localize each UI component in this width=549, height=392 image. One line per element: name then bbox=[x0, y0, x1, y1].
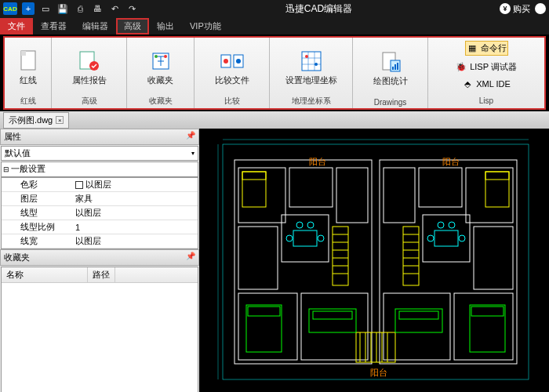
tab-output[interactable]: 输出 bbox=[149, 18, 182, 34]
redline-button[interactable]: 红线 bbox=[16, 41, 40, 94]
group-redline: 红线 bbox=[20, 94, 36, 107]
svg-text:阳台: 阳台 bbox=[442, 157, 460, 166]
svg-rect-30 bbox=[466, 168, 513, 223]
save-icon[interactable]: 💾 bbox=[56, 2, 69, 15]
group-advanced: 高级 bbox=[82, 94, 97, 107]
stats-label: 绘图统计 bbox=[373, 75, 408, 87]
cmd-label: 命令行 bbox=[481, 42, 507, 54]
prop-val[interactable]: 以图层 bbox=[72, 178, 198, 191]
tab-vip[interactable]: VIP功能 bbox=[182, 18, 229, 34]
svg-text:阳台: 阳台 bbox=[370, 368, 387, 377]
doc-name: 示例图.dwg bbox=[9, 114, 53, 126]
document-tab[interactable]: 示例图.dwg × bbox=[3, 112, 69, 129]
group-lisp: Lisp bbox=[479, 95, 493, 105]
svg-rect-45 bbox=[471, 307, 504, 316]
svg-point-9 bbox=[236, 59, 241, 64]
props-header: 属性 📌 bbox=[0, 129, 199, 145]
tab-file[interactable]: 文件 bbox=[0, 18, 33, 34]
drawing-canvas[interactable]: 阳台 阳台 阳台 bbox=[199, 129, 549, 392]
open-icon[interactable]: ▭ bbox=[39, 2, 52, 15]
saveas-icon[interactable]: ⎙ bbox=[74, 2, 86, 15]
props-title: 属性 bbox=[4, 131, 21, 143]
compare-label: 比较文件 bbox=[215, 74, 249, 86]
tab-editor[interactable]: 编辑器 bbox=[75, 18, 116, 34]
ribbon: 红线 红线 属性报告 高级 收藏夹 收藏夹 比较文件 比较 设置地理坐标 地理坐… bbox=[3, 36, 546, 110]
stats-icon bbox=[379, 50, 402, 74]
compare-button[interactable]: 比较文件 bbox=[215, 41, 249, 94]
redline-label: 红线 bbox=[20, 74, 37, 86]
svg-rect-10 bbox=[302, 52, 321, 71]
report-label: 属性报告 bbox=[72, 74, 107, 86]
svg-rect-48 bbox=[395, 309, 442, 332]
prop-val[interactable]: 以图层 bbox=[72, 206, 198, 220]
svg-rect-37 bbox=[356, 332, 395, 362]
fav-label: 收藏夹 bbox=[147, 74, 173, 86]
chevron-down-icon: ▾ bbox=[191, 150, 195, 157]
svg-rect-34 bbox=[454, 293, 513, 360]
collapse-icon[interactable]: ⊟ bbox=[3, 165, 11, 173]
svg-point-59 bbox=[449, 222, 455, 228]
tab-viewer[interactable]: 查看器 bbox=[33, 18, 75, 34]
svg-rect-16 bbox=[394, 64, 396, 70]
svg-point-4 bbox=[155, 55, 158, 58]
prop-key: 线型 bbox=[2, 206, 72, 220]
app-title: 迅捷CAD编辑器 bbox=[138, 2, 500, 16]
print-icon[interactable]: 🖶 bbox=[91, 2, 104, 15]
svg-rect-41 bbox=[485, 172, 509, 180]
xml-ide-button[interactable]: ⬘XML IDE bbox=[461, 78, 511, 90]
fav-col-path[interactable]: 路径 bbox=[88, 267, 115, 282]
svg-rect-36 bbox=[403, 227, 419, 285]
svg-point-52 bbox=[318, 235, 324, 241]
default-label: 默认值 bbox=[5, 147, 31, 159]
pin-icon[interactable]: 📌 bbox=[186, 131, 195, 143]
prop-val[interactable]: 家具 bbox=[72, 192, 198, 205]
fav-col-name[interactable]: 名称 bbox=[2, 267, 88, 282]
svg-rect-38 bbox=[242, 172, 266, 207]
user-icon[interactable] bbox=[535, 3, 546, 14]
svg-point-58 bbox=[438, 222, 444, 228]
svg-rect-17 bbox=[397, 63, 398, 70]
fav-header: 收藏夹 📌 bbox=[0, 249, 199, 266]
cmdline-button[interactable]: ▦命令行 bbox=[465, 41, 508, 56]
svg-rect-23 bbox=[336, 168, 368, 223]
prop-val[interactable]: 以图层 bbox=[72, 234, 198, 248]
section-general[interactable]: ⊟ 一般设置 bbox=[2, 162, 198, 176]
buy-button[interactable]: ¥购买 bbox=[500, 3, 530, 15]
svg-point-53 bbox=[296, 222, 303, 228]
compare-icon bbox=[220, 49, 244, 73]
svg-point-57 bbox=[459, 235, 465, 241]
svg-rect-44 bbox=[470, 305, 505, 352]
geo-button[interactable]: 设置地理坐标 bbox=[285, 41, 337, 94]
stats-button[interactable]: 绘图统计 bbox=[373, 41, 408, 96]
group-fav: 收藏夹 bbox=[149, 94, 173, 107]
svg-rect-28 bbox=[384, 168, 415, 223]
tab-advanced[interactable]: 高级 bbox=[116, 18, 149, 34]
svg-rect-25 bbox=[282, 215, 329, 262]
redo-icon[interactable]: ↷ bbox=[125, 2, 138, 15]
cmd-icon: ▦ bbox=[467, 43, 478, 54]
geo-icon bbox=[300, 49, 323, 73]
svg-rect-35 bbox=[333, 227, 348, 285]
pin-icon[interactable]: 📌 bbox=[186, 252, 195, 263]
prop-key: 线宽 bbox=[2, 234, 72, 248]
buy-label: 购买 bbox=[513, 3, 530, 15]
app-logo: CAD bbox=[3, 2, 17, 15]
xml-icon: ⬘ bbox=[462, 78, 473, 89]
svg-point-5 bbox=[164, 55, 167, 58]
lisp-debug-button[interactable]: 🐞LISP 调试器 bbox=[455, 60, 518, 74]
fav-button[interactable]: 收藏夹 bbox=[147, 41, 173, 94]
svg-rect-43 bbox=[248, 307, 280, 316]
svg-point-11 bbox=[305, 55, 308, 58]
svg-point-54 bbox=[307, 222, 314, 228]
report-button[interactable]: 属性报告 bbox=[72, 41, 107, 94]
undo-icon[interactable]: ↶ bbox=[108, 2, 121, 15]
new-icon[interactable]: + bbox=[22, 2, 35, 15]
svg-rect-26 bbox=[238, 293, 297, 360]
svg-rect-27 bbox=[301, 293, 368, 360]
prop-val[interactable]: 1 bbox=[72, 220, 198, 234]
props-grid: 色彩以图层 图层家具 线型以图层 线型比例1 线宽以图层 bbox=[1, 177, 198, 249]
close-doc-icon[interactable]: × bbox=[56, 116, 64, 124]
default-dropdown[interactable]: 默认值 ▾ bbox=[1, 146, 198, 161]
svg-rect-39 bbox=[242, 172, 266, 180]
prop-key: 色彩 bbox=[2, 178, 72, 191]
